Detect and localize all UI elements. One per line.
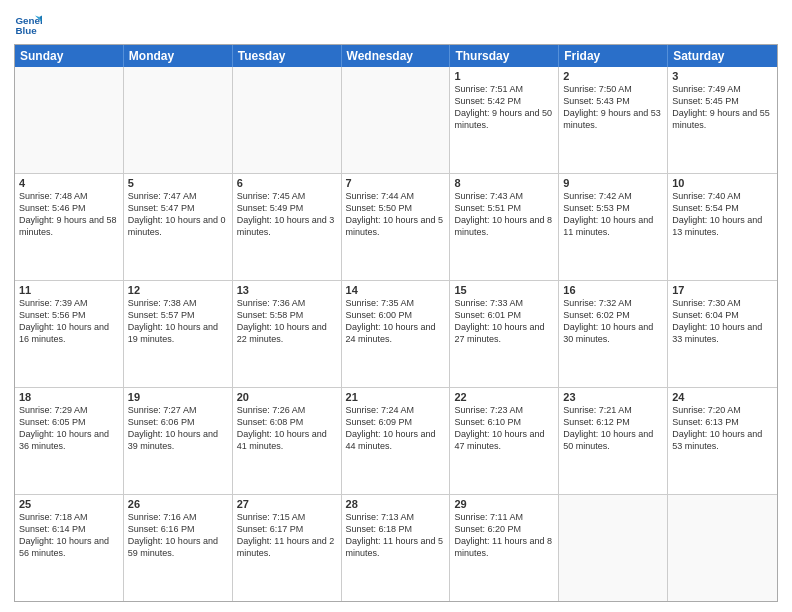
day-number: 11 xyxy=(19,284,119,296)
day-info: Sunrise: 7:30 AM Sunset: 6:04 PM Dayligh… xyxy=(672,297,773,346)
day-info: Sunrise: 7:33 AM Sunset: 6:01 PM Dayligh… xyxy=(454,297,554,346)
day-cell-17: 17Sunrise: 7:30 AM Sunset: 6:04 PM Dayli… xyxy=(668,281,777,387)
day-cell-29: 29Sunrise: 7:11 AM Sunset: 6:20 PM Dayli… xyxy=(450,495,559,601)
day-cell-14: 14Sunrise: 7:35 AM Sunset: 6:00 PM Dayli… xyxy=(342,281,451,387)
day-info: Sunrise: 7:35 AM Sunset: 6:00 PM Dayligh… xyxy=(346,297,446,346)
day-info: Sunrise: 7:49 AM Sunset: 5:45 PM Dayligh… xyxy=(672,83,773,132)
day-number: 21 xyxy=(346,391,446,403)
day-number: 15 xyxy=(454,284,554,296)
day-info: Sunrise: 7:13 AM Sunset: 6:18 PM Dayligh… xyxy=(346,511,446,560)
day-cell-23: 23Sunrise: 7:21 AM Sunset: 6:12 PM Dayli… xyxy=(559,388,668,494)
empty-cell-4-5 xyxy=(559,495,668,601)
day-info: Sunrise: 7:42 AM Sunset: 5:53 PM Dayligh… xyxy=(563,190,663,239)
empty-cell-0-3 xyxy=(342,67,451,173)
day-number: 5 xyxy=(128,177,228,189)
day-number: 1 xyxy=(454,70,554,82)
day-number: 2 xyxy=(563,70,663,82)
day-info: Sunrise: 7:43 AM Sunset: 5:51 PM Dayligh… xyxy=(454,190,554,239)
day-number: 8 xyxy=(454,177,554,189)
day-cell-2: 2Sunrise: 7:50 AM Sunset: 5:43 PM Daylig… xyxy=(559,67,668,173)
day-info: Sunrise: 7:32 AM Sunset: 6:02 PM Dayligh… xyxy=(563,297,663,346)
day-number: 12 xyxy=(128,284,228,296)
day-info: Sunrise: 7:51 AM Sunset: 5:42 PM Dayligh… xyxy=(454,83,554,132)
day-info: Sunrise: 7:11 AM Sunset: 6:20 PM Dayligh… xyxy=(454,511,554,560)
day-number: 16 xyxy=(563,284,663,296)
day-header-tuesday: Tuesday xyxy=(233,45,342,67)
day-info: Sunrise: 7:21 AM Sunset: 6:12 PM Dayligh… xyxy=(563,404,663,453)
calendar-body: 1Sunrise: 7:51 AM Sunset: 5:42 PM Daylig… xyxy=(15,67,777,601)
day-info: Sunrise: 7:20 AM Sunset: 6:13 PM Dayligh… xyxy=(672,404,773,453)
day-cell-8: 8Sunrise: 7:43 AM Sunset: 5:51 PM Daylig… xyxy=(450,174,559,280)
day-header-sunday: Sunday xyxy=(15,45,124,67)
day-number: 24 xyxy=(672,391,773,403)
day-info: Sunrise: 7:15 AM Sunset: 6:17 PM Dayligh… xyxy=(237,511,337,560)
day-number: 18 xyxy=(19,391,119,403)
day-cell-11: 11Sunrise: 7:39 AM Sunset: 5:56 PM Dayli… xyxy=(15,281,124,387)
day-number: 28 xyxy=(346,498,446,510)
day-number: 17 xyxy=(672,284,773,296)
day-number: 10 xyxy=(672,177,773,189)
day-cell-22: 22Sunrise: 7:23 AM Sunset: 6:10 PM Dayli… xyxy=(450,388,559,494)
day-number: 19 xyxy=(128,391,228,403)
day-cell-4: 4Sunrise: 7:48 AM Sunset: 5:46 PM Daylig… xyxy=(15,174,124,280)
day-cell-13: 13Sunrise: 7:36 AM Sunset: 5:58 PM Dayli… xyxy=(233,281,342,387)
day-number: 4 xyxy=(19,177,119,189)
day-cell-9: 9Sunrise: 7:42 AM Sunset: 5:53 PM Daylig… xyxy=(559,174,668,280)
calendar-header: SundayMondayTuesdayWednesdayThursdayFrid… xyxy=(15,45,777,67)
day-info: Sunrise: 7:16 AM Sunset: 6:16 PM Dayligh… xyxy=(128,511,228,560)
day-number: 23 xyxy=(563,391,663,403)
calendar-row-1: 4Sunrise: 7:48 AM Sunset: 5:46 PM Daylig… xyxy=(15,173,777,280)
day-info: Sunrise: 7:39 AM Sunset: 5:56 PM Dayligh… xyxy=(19,297,119,346)
day-cell-25: 25Sunrise: 7:18 AM Sunset: 6:14 PM Dayli… xyxy=(15,495,124,601)
day-cell-27: 27Sunrise: 7:15 AM Sunset: 6:17 PM Dayli… xyxy=(233,495,342,601)
day-header-friday: Friday xyxy=(559,45,668,67)
day-number: 22 xyxy=(454,391,554,403)
day-cell-10: 10Sunrise: 7:40 AM Sunset: 5:54 PM Dayli… xyxy=(668,174,777,280)
day-number: 25 xyxy=(19,498,119,510)
day-cell-26: 26Sunrise: 7:16 AM Sunset: 6:16 PM Dayli… xyxy=(124,495,233,601)
day-info: Sunrise: 7:29 AM Sunset: 6:05 PM Dayligh… xyxy=(19,404,119,453)
day-header-monday: Monday xyxy=(124,45,233,67)
day-info: Sunrise: 7:26 AM Sunset: 6:08 PM Dayligh… xyxy=(237,404,337,453)
day-number: 26 xyxy=(128,498,228,510)
day-cell-1: 1Sunrise: 7:51 AM Sunset: 5:42 PM Daylig… xyxy=(450,67,559,173)
day-cell-12: 12Sunrise: 7:38 AM Sunset: 5:57 PM Dayli… xyxy=(124,281,233,387)
day-header-wednesday: Wednesday xyxy=(342,45,451,67)
empty-cell-0-2 xyxy=(233,67,342,173)
day-info: Sunrise: 7:48 AM Sunset: 5:46 PM Dayligh… xyxy=(19,190,119,239)
day-cell-15: 15Sunrise: 7:33 AM Sunset: 6:01 PM Dayli… xyxy=(450,281,559,387)
day-info: Sunrise: 7:47 AM Sunset: 5:47 PM Dayligh… xyxy=(128,190,228,239)
logo: General Blue xyxy=(14,10,42,38)
day-cell-21: 21Sunrise: 7:24 AM Sunset: 6:09 PM Dayli… xyxy=(342,388,451,494)
calendar-row-3: 18Sunrise: 7:29 AM Sunset: 6:05 PM Dayli… xyxy=(15,387,777,494)
day-info: Sunrise: 7:44 AM Sunset: 5:50 PM Dayligh… xyxy=(346,190,446,239)
day-cell-28: 28Sunrise: 7:13 AM Sunset: 6:18 PM Dayli… xyxy=(342,495,451,601)
day-cell-18: 18Sunrise: 7:29 AM Sunset: 6:05 PM Dayli… xyxy=(15,388,124,494)
empty-cell-4-6 xyxy=(668,495,777,601)
logo-icon: General Blue xyxy=(14,10,42,38)
day-info: Sunrise: 7:27 AM Sunset: 6:06 PM Dayligh… xyxy=(128,404,228,453)
day-number: 29 xyxy=(454,498,554,510)
day-info: Sunrise: 7:40 AM Sunset: 5:54 PM Dayligh… xyxy=(672,190,773,239)
empty-cell-0-0 xyxy=(15,67,124,173)
day-cell-5: 5Sunrise: 7:47 AM Sunset: 5:47 PM Daylig… xyxy=(124,174,233,280)
day-cell-24: 24Sunrise: 7:20 AM Sunset: 6:13 PM Dayli… xyxy=(668,388,777,494)
calendar: SundayMondayTuesdayWednesdayThursdayFrid… xyxy=(14,44,778,602)
day-info: Sunrise: 7:24 AM Sunset: 6:09 PM Dayligh… xyxy=(346,404,446,453)
day-number: 20 xyxy=(237,391,337,403)
day-cell-16: 16Sunrise: 7:32 AM Sunset: 6:02 PM Dayli… xyxy=(559,281,668,387)
day-header-thursday: Thursday xyxy=(450,45,559,67)
day-number: 9 xyxy=(563,177,663,189)
day-cell-19: 19Sunrise: 7:27 AM Sunset: 6:06 PM Dayli… xyxy=(124,388,233,494)
day-info: Sunrise: 7:23 AM Sunset: 6:10 PM Dayligh… xyxy=(454,404,554,453)
day-info: Sunrise: 7:36 AM Sunset: 5:58 PM Dayligh… xyxy=(237,297,337,346)
empty-cell-0-1 xyxy=(124,67,233,173)
calendar-row-2: 11Sunrise: 7:39 AM Sunset: 5:56 PM Dayli… xyxy=(15,280,777,387)
day-number: 13 xyxy=(237,284,337,296)
day-number: 3 xyxy=(672,70,773,82)
svg-text:Blue: Blue xyxy=(15,25,37,36)
day-number: 27 xyxy=(237,498,337,510)
day-cell-6: 6Sunrise: 7:45 AM Sunset: 5:49 PM Daylig… xyxy=(233,174,342,280)
day-number: 14 xyxy=(346,284,446,296)
calendar-row-0: 1Sunrise: 7:51 AM Sunset: 5:42 PM Daylig… xyxy=(15,67,777,173)
